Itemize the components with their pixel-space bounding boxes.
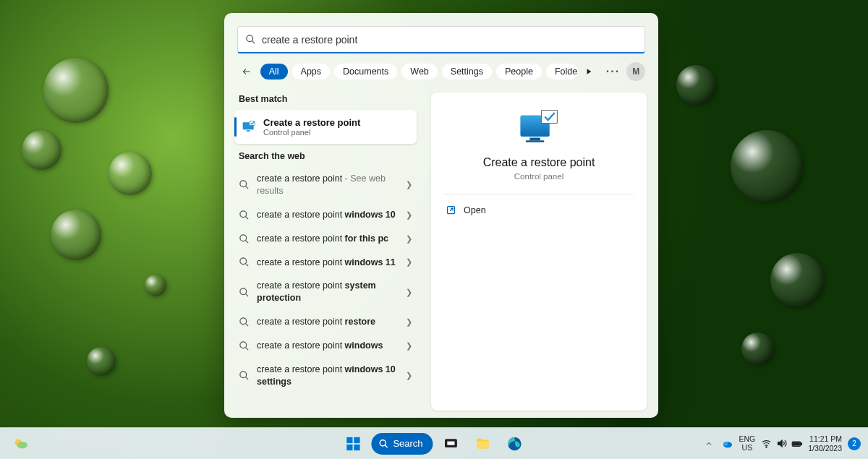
filter-row: All Apps Documents Web Settings People F… (224, 53, 658, 87)
chevron-right-icon: ❯ (406, 210, 412, 220)
svg-line-10 (245, 216, 248, 219)
file-explorer-button[interactable] (469, 430, 497, 458)
svg-rect-27 (542, 110, 558, 123)
chevron-right-icon: ❯ (406, 234, 412, 244)
web-suggestion[interactable]: create a restore point windows 11❯ (234, 251, 417, 275)
filter-documents[interactable]: Documents (334, 64, 397, 80)
wallpaper-droplet (145, 275, 166, 296)
svg-rect-34 (354, 444, 359, 450)
svg-line-14 (245, 264, 248, 267)
wallpaper-droplet (770, 253, 825, 307)
back-button[interactable] (237, 62, 256, 81)
svg-rect-40 (477, 441, 489, 448)
wallpaper-droplet (87, 347, 116, 376)
filter-web[interactable]: Web (401, 64, 437, 80)
filter-apps[interactable]: Apps (292, 64, 331, 80)
filter-all[interactable]: All (260, 64, 288, 80)
svg-rect-26 (526, 140, 544, 142)
more-options-button[interactable]: ··· (604, 62, 623, 81)
chevron-right-icon: ❯ (406, 317, 412, 327)
web-suggestion[interactable]: create a restore point windows 10 settin… (234, 358, 417, 394)
volume-icon (776, 438, 787, 449)
svg-point-15 (240, 288, 247, 295)
hidden-icons-button[interactable] (702, 430, 716, 458)
svg-rect-47 (793, 442, 800, 445)
best-match-result[interactable]: Create a restore point Control panel (234, 110, 417, 144)
wallpaper-droplet (741, 333, 774, 365)
web-suggestion[interactable]: create a restore point windows 10❯ (234, 203, 417, 227)
task-view-icon (444, 437, 459, 451)
battery-icon (791, 438, 802, 449)
clock[interactable]: 11:21 PM 1/30/2023 (808, 434, 842, 452)
wifi-icon (761, 438, 772, 449)
user-avatar[interactable]: M (626, 62, 645, 81)
folder-icon (475, 436, 491, 452)
web-suggestion[interactable]: create a restore point system protection… (234, 274, 417, 310)
language-indicator[interactable]: ENG US (739, 435, 756, 452)
svg-line-1 (252, 40, 255, 43)
svg-rect-31 (346, 437, 352, 442)
notifications-button[interactable]: 2 (848, 437, 861, 450)
svg-rect-39 (447, 440, 456, 445)
search-icon (239, 317, 250, 327)
weather-icon (13, 436, 29, 452)
web-suggestion-text: create a restore point for this pc (257, 233, 399, 245)
monitor-check-icon (518, 108, 560, 146)
taskbar-search-label: Search (393, 438, 422, 449)
scroll-filters-right-button[interactable] (582, 65, 595, 78)
lang-bottom: US (739, 444, 756, 452)
filter-people[interactable]: People (496, 64, 542, 80)
search-icon (239, 233, 250, 244)
onedrive-tray-icon[interactable] (722, 438, 733, 450)
svg-line-12 (245, 240, 248, 243)
detail-pane: Create a restore point Control panel Ope… (431, 93, 647, 411)
search-box[interactable] (237, 26, 645, 53)
web-suggestion-text: create a restore point windows 10 settin… (257, 364, 399, 388)
svg-rect-32 (354, 437, 359, 442)
taskbar: Search ENG US 11:21 PM 1/30/2023 2 (0, 427, 868, 459)
wallpaper-droplet (109, 152, 152, 195)
filter-settings[interactable]: Settings (442, 64, 492, 80)
wallpaper-droplet (676, 65, 716, 105)
svg-rect-48 (801, 443, 801, 445)
web-suggestion[interactable]: create a restore point windows❯ (234, 334, 417, 358)
chevron-right-icon: ❯ (406, 288, 412, 297)
web-suggestion[interactable]: create a restore point restore❯ (234, 310, 417, 334)
system-tray[interactable] (761, 438, 802, 449)
search-icon (239, 287, 250, 298)
chevron-right-icon: ❯ (406, 341, 412, 351)
open-action[interactable]: Open (444, 200, 634, 220)
svg-rect-5 (247, 130, 250, 132)
filter-folders[interactable]: Folders (546, 64, 578, 80)
detail-title: Create a restore point (483, 156, 595, 169)
start-search-panel: All Apps Documents Web Settings People F… (224, 13, 658, 418)
best-match-title: Create a restore point (263, 117, 360, 128)
web-suggestion[interactable]: create a restore point for this pc❯ (234, 227, 417, 251)
svg-marker-3 (587, 69, 591, 74)
chevron-up-icon (705, 439, 713, 448)
edge-button[interactable] (501, 430, 529, 458)
web-suggestion[interactable]: create a restore point - See web results… (234, 167, 417, 203)
wallpaper-droplet (22, 130, 61, 170)
best-match-label: Best match (234, 90, 417, 110)
taskbar-search-button[interactable]: Search (371, 433, 433, 455)
lang-top: ENG (739, 435, 756, 444)
weather-widget[interactable] (7, 430, 35, 458)
search-input[interactable] (262, 34, 637, 46)
svg-point-21 (240, 372, 247, 378)
svg-line-20 (245, 347, 248, 350)
start-button[interactable] (339, 430, 367, 458)
task-view-button[interactable] (438, 430, 465, 458)
svg-point-44 (766, 447, 767, 447)
windows-logo-icon (345, 436, 361, 452)
wallpaper-droplet (731, 130, 803, 202)
svg-point-35 (380, 439, 386, 445)
search-icon (239, 210, 250, 220)
web-suggestions-list: create a restore point - See web results… (234, 167, 417, 394)
svg-point-13 (240, 258, 247, 265)
svg-line-16 (245, 293, 248, 296)
monitor-icon (242, 120, 256, 134)
search-icon (378, 439, 388, 449)
svg-point-19 (240, 342, 247, 348)
svg-line-8 (245, 186, 248, 189)
